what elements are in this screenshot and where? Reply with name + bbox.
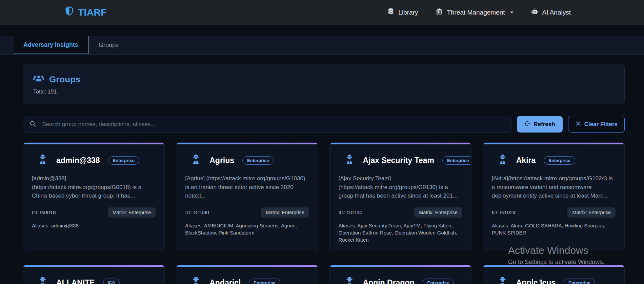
card-meta-row: ID: G1024 Matrix: Enterprise: [492, 207, 616, 218]
spy-icon: [497, 276, 508, 284]
card-body: Andariel Enterprise: [176, 267, 318, 284]
group-matrix-chip: Matrix: Enterprise: [414, 207, 462, 218]
brand-text: TIARF: [78, 7, 107, 18]
nav-label: AI Analyst: [542, 9, 571, 16]
search-icon: [29, 120, 36, 128]
x-icon: [575, 121, 581, 128]
navbar: TIARF Library Threat Management AI: [0, 0, 644, 25]
card-body: ALLANITE ICS: [23, 267, 164, 284]
chevron-down-icon: [510, 12, 514, 15]
group-card[interactable]: admin@338 Enterprise [admin@338] (https:…: [23, 142, 165, 251]
card-body: AppleJeus Enterprise: [483, 267, 624, 284]
domain-badge: Enterprise: [108, 156, 139, 165]
group-card[interactable]: ALLANITE ICS: [23, 265, 165, 284]
group-description: [Akira](https://attack.mitre.org/groups/…: [492, 174, 616, 201]
card-body: admin@338 Enterprise [admin@338] (https:…: [23, 144, 164, 237]
main-content: Groups Total: 191 Refresh Clear Filters: [23, 64, 625, 284]
clear-filters-button[interactable]: Clear Filters: [568, 116, 625, 133]
group-aliases: Aliases: admin@338: [32, 222, 156, 229]
card-body: Akira Enterprise [Akira](https://attack.…: [483, 144, 624, 244]
nav-item-ai-analyst[interactable]: AI Analyst: [522, 5, 580, 20]
tab-bar: Adversary Insights Groups: [0, 36, 644, 55]
nav-item-threat-management[interactable]: Threat Management: [427, 5, 522, 20]
spy-icon: [190, 276, 201, 284]
group-aliases: Aliases: AMERICIUM, Agonizing Serpens, A…: [185, 222, 309, 236]
card-meta-row: ID: G0130 Matrix: Enterprise: [339, 207, 462, 218]
nav-label: Threat Management: [447, 9, 505, 16]
group-aliases: Aliases: Ajax Security Team, AjaxTM, Fly…: [339, 222, 462, 243]
domain-badge: Enterprise: [442, 156, 471, 165]
users-icon: [33, 74, 44, 85]
group-id: ID: G1024: [492, 209, 516, 216]
domain-badge: Enterprise: [423, 279, 454, 284]
refresh-button[interactable]: Refresh: [517, 116, 562, 133]
groups-panel: Groups Total: 191: [23, 64, 625, 104]
group-name: admin@338: [56, 156, 100, 165]
refresh-button-label: Refresh: [534, 121, 555, 128]
search-input[interactable]: [41, 121, 505, 128]
group-card[interactable]: Agrius Enterprise [Agrius] (https://atta…: [176, 142, 318, 251]
shield-icon: [64, 6, 74, 19]
groups-total: Total: 191: [33, 89, 614, 95]
card-header: admin@338 Enterprise: [37, 154, 156, 167]
tab-groups[interactable]: Groups: [88, 36, 129, 54]
domain-badge: Enterprise: [544, 156, 575, 165]
group-card[interactable]: Ajax Security Team Enterprise [Ajax Secu…: [329, 142, 471, 251]
card-meta-row: ID: G0018 Matrix: Enterprise: [32, 207, 156, 218]
group-card[interactable]: Andariel Enterprise: [176, 265, 318, 284]
group-name: AppleJeus: [516, 278, 556, 284]
clear-filters-label: Clear Filters: [584, 121, 618, 128]
card-header: Ajax Security Team Enterprise: [344, 154, 462, 167]
bank-icon: [436, 8, 443, 17]
card-header: Akira Enterprise: [497, 154, 616, 167]
spy-icon: [37, 276, 48, 284]
group-aliases: Aliases: Akira, GOLD SAHARA, Howling Sco…: [492, 222, 616, 236]
group-description: [Ajax Security Team] (https://attack.mit…: [339, 174, 462, 201]
group-card[interactable]: Aoqin Dragon Enterprise: [329, 265, 471, 284]
search-box: [23, 116, 511, 133]
group-card[interactable]: AppleJeus Enterprise: [483, 265, 625, 284]
group-description: [Agrius] (https://attack.mitre.org/group…: [185, 174, 309, 201]
spy-icon: [37, 154, 48, 167]
groups-panel-header: Groups: [33, 74, 614, 85]
group-name: Akira: [516, 156, 536, 165]
spy-icon: [344, 276, 355, 284]
card-header: ALLANITE ICS: [37, 276, 156, 284]
nav-label: Library: [398, 9, 418, 16]
group-id: ID: G0018: [32, 209, 56, 216]
groups-panel-title: Groups: [49, 74, 80, 85]
group-matrix-chip: Matrix: Enterprise: [567, 207, 616, 218]
search-toolbar: Refresh Clear Filters: [23, 116, 625, 133]
group-description: [admin@338] (https://attack.mitre.org/gr…: [32, 174, 156, 201]
group-card[interactable]: Akira Enterprise [Akira](https://attack.…: [483, 142, 625, 251]
card-header: AppleJeus Enterprise: [497, 276, 616, 284]
refresh-icon: [524, 121, 530, 128]
card-body: Agrius Enterprise [Agrius] (https://atta…: [176, 144, 318, 244]
card-body: Aoqin Dragon Enterprise: [330, 267, 471, 284]
brand-logo[interactable]: TIARF: [64, 6, 107, 19]
group-name: ALLANITE: [56, 278, 95, 284]
group-matrix-chip: Matrix: Enterprise: [261, 207, 309, 218]
group-id: ID: G1030: [185, 209, 209, 216]
database-icon: [387, 8, 395, 17]
nav-item-library[interactable]: Library: [378, 5, 427, 20]
group-name: Ajax Security Team: [363, 156, 435, 165]
group-name: Agrius: [209, 156, 234, 165]
card-meta-row: ID: G1030 Matrix: Enterprise: [185, 207, 309, 218]
spy-icon: [497, 154, 508, 167]
nav-items: Library Threat Management AI Analyst: [378, 5, 580, 20]
group-name: Andariel: [209, 278, 241, 284]
group-id: ID: G0130: [339, 209, 363, 216]
domain-badge: Enterprise: [242, 156, 274, 165]
card-header: Aoqin Dragon Enterprise: [344, 276, 462, 284]
group-matrix-chip: Matrix: Enterprise: [108, 207, 156, 218]
groups-grid: admin@338 Enterprise [admin@338] (https:…: [23, 142, 625, 284]
card-header: Andariel Enterprise: [190, 276, 309, 284]
domain-badge: ICS: [103, 279, 120, 284]
card-header: Agrius Enterprise: [190, 154, 309, 167]
robot-icon: [531, 8, 539, 17]
domain-badge: Enterprise: [249, 279, 280, 284]
spy-icon: [344, 154, 355, 167]
card-body: Ajax Security Team Enterprise [Ajax Secu…: [330, 144, 471, 251]
tab-adversary-insights[interactable]: Adversary Insights: [14, 36, 88, 54]
